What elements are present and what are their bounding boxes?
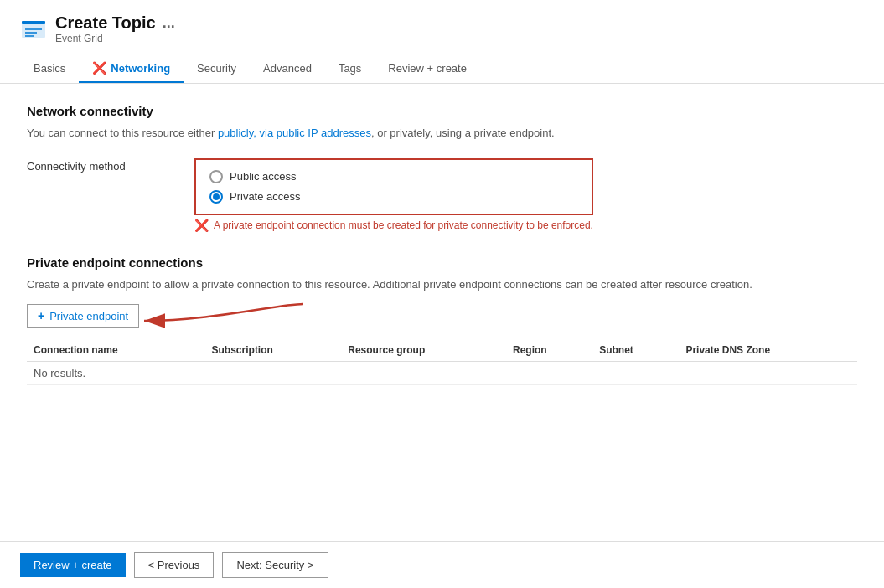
col-region: Region (506, 339, 592, 362)
page-title: Create Topic ... (55, 13, 175, 33)
page-subtitle: Event Grid (55, 33, 175, 44)
connectivity-radio-group: Public access Private access (194, 158, 593, 215)
col-connection-name: Connection name (27, 339, 205, 362)
private-access-radio[interactable] (209, 190, 223, 204)
tab-bar: Basics ❌ Networking Security Advanced Ta… (0, 54, 884, 84)
private-endpoint-section: Private endpoint connections Create a pr… (27, 255, 857, 386)
private-endpoint-table: Connection name Subscription Resource gr… (27, 339, 857, 385)
public-access-radio[interactable] (209, 170, 223, 183)
private-access-label: Private access (230, 190, 301, 203)
private-access-error: ❌ A private endpoint connection must be … (194, 219, 593, 232)
tab-networking[interactable]: ❌ Networking (79, 54, 184, 83)
private-endpoint-desc: Create a private endpoint to allow a pri… (27, 276, 857, 293)
tab-advanced[interactable]: Advanced (250, 54, 325, 83)
networking-error-icon: ❌ (92, 61, 106, 75)
arrow-annotation (127, 296, 312, 346)
network-connectivity-desc: You can connect to this resource either … (27, 125, 857, 142)
app-icon (20, 16, 47, 43)
col-private-dns-zone: Private DNS Zone (679, 339, 857, 362)
col-resource-group: Resource group (341, 339, 506, 362)
no-results-row: No results. (27, 362, 857, 385)
tab-review-create[interactable]: Review + create (375, 54, 480, 83)
public-access-option[interactable]: Public access (209, 170, 578, 183)
error-circle-icon: ❌ (194, 219, 209, 232)
tab-tags[interactable]: Tags (325, 54, 375, 83)
private-access-option[interactable]: Private access (209, 190, 578, 204)
publicly-link[interactable]: publicly, via public IP addresses (218, 126, 371, 139)
main-content: Network connectivity You can connect to … (0, 84, 884, 541)
add-private-endpoint-button[interactable]: + Private endpoint (27, 304, 139, 328)
title-block: Create Topic ... Event Grid (55, 13, 175, 44)
connectivity-method-label: Connectivity method (27, 158, 194, 173)
footer-actions: Review + create < Previous Next: Securit… (0, 541, 884, 588)
connectivity-method-row: Connectivity method Public access Privat… (27, 158, 857, 232)
col-subnet: Subnet (592, 339, 679, 362)
svg-rect-1 (22, 21, 45, 24)
page-header: Create Topic ... Event Grid (0, 0, 884, 51)
private-endpoint-title: Private endpoint connections (27, 255, 857, 270)
ellipsis-menu[interactable]: ... (163, 14, 175, 32)
network-connectivity-title: Network connectivity (27, 104, 857, 118)
plus-icon: + (38, 309, 44, 322)
tab-basics[interactable]: Basics (20, 54, 79, 83)
next-security-button[interactable]: Next: Security > (222, 552, 328, 578)
previous-button[interactable]: < Previous (134, 552, 215, 578)
col-subscription: Subscription (205, 339, 342, 362)
no-results-text: No results. (27, 362, 857, 385)
add-endpoint-container: + Private endpoint (27, 304, 139, 339)
review-create-button[interactable]: Review + create (20, 553, 126, 577)
tab-security[interactable]: Security (184, 54, 250, 83)
public-access-label: Public access (230, 170, 296, 183)
